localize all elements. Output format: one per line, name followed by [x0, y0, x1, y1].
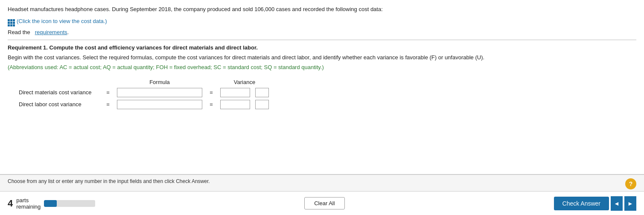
icon-link-text: (Click the icon to view the cost data.) — [17, 18, 107, 24]
parts-label-line1: parts — [16, 197, 41, 203]
parts-remaining-section: 4 parts remaining — [8, 197, 95, 210]
eq-sign-4: = — [205, 99, 218, 110]
check-answer-button[interactable]: Check Answer — [554, 197, 609, 210]
footer-right: Check Answer ◄ ► — [554, 196, 636, 211]
eq-sign-2: = — [205, 87, 218, 99]
clear-all-button[interactable]: Clear All — [304, 197, 344, 209]
eq-col-header — [102, 78, 114, 87]
requirement-title: Requirement 1. Compute the cost and effi… — [8, 44, 636, 51]
label-col-header — [16, 78, 102, 87]
dl-fu-input[interactable] — [255, 100, 269, 109]
formula-col-header: Formula — [114, 78, 205, 87]
req-title-rest: Compute the cost and efficiency variance… — [50, 44, 258, 51]
grid-icon — [8, 16, 15, 26]
read-requirements-line: Read the requirements. — [8, 29, 636, 35]
footer-bar: 4 parts remaining Clear All Check Answer… — [0, 191, 644, 215]
begin-text: Begin with the cost variances. Select th… — [8, 53, 636, 62]
dm-variance-cell — [218, 87, 253, 99]
bottom-bar: Choose from any list or enter any number… — [0, 174, 644, 191]
progress-bar-container — [44, 200, 95, 207]
req-title-bold: Requirement 1. — [8, 44, 48, 51]
dl-cost-variance-label: Direct labor cost variance — [16, 99, 102, 110]
eq-sign-1: = — [102, 87, 114, 99]
requirement-section: Requirement 1. Compute the cost and effi… — [8, 44, 636, 110]
dl-variance-cell — [218, 99, 253, 110]
dl-formula-cell — [114, 99, 205, 110]
eq2-col-header — [205, 78, 218, 87]
dl-formula-input[interactable] — [117, 100, 202, 109]
table-row: Direct materials cost variance = = — [16, 87, 271, 99]
dm-formula-cell — [114, 87, 205, 99]
parts-number: 4 — [8, 198, 13, 209]
footer-center: Clear All — [95, 197, 554, 209]
parts-label-line2: remaining — [16, 203, 41, 210]
table-row: Direct labor cost variance = = — [16, 99, 271, 110]
read-text: Read the — [8, 29, 30, 35]
intro-text: Headset manufactures headphone cases. Du… — [8, 5, 636, 14]
dm-fu-cell — [253, 87, 271, 99]
eq-sign-3: = — [102, 99, 114, 110]
help-icon-button[interactable]: ? — [625, 178, 636, 189]
abbreviations-text: (Abbreviations used: AC = actual cost; A… — [8, 63, 636, 72]
formula-table-container: Formula Variance Direct materials cost v… — [16, 78, 636, 110]
bottom-instruction: Choose from any list or enter any number… — [8, 178, 636, 184]
dm-fu-input[interactable] — [255, 88, 269, 97]
dm-variance-input[interactable] — [220, 88, 250, 97]
requirements-link[interactable]: requirements — [35, 29, 67, 35]
formula-table: Formula Variance Direct materials cost v… — [16, 78, 271, 110]
dm-cost-variance-label: Direct materials cost variance — [16, 87, 102, 99]
progress-bar-fill — [44, 200, 57, 207]
nav-prev-button[interactable]: ◄ — [611, 196, 623, 211]
variance-col-header: Variance — [218, 78, 271, 87]
dm-formula-input[interactable] — [117, 88, 202, 97]
parts-label: parts remaining — [16, 197, 41, 210]
section-divider — [8, 40, 636, 40]
cost-data-link[interactable]: (Click the icon to view the cost data.) — [8, 16, 107, 26]
dl-fu-cell — [253, 99, 271, 110]
nav-next-button[interactable]: ► — [624, 196, 636, 211]
dl-variance-input[interactable] — [220, 100, 250, 109]
